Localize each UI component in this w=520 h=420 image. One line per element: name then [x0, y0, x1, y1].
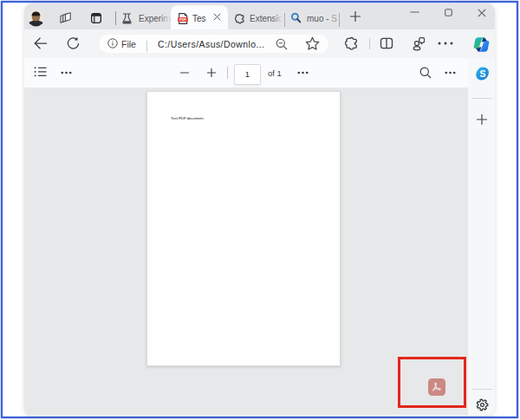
svg-text:S: S — [479, 68, 485, 79]
svg-text:PDF: PDF — [179, 16, 186, 21]
